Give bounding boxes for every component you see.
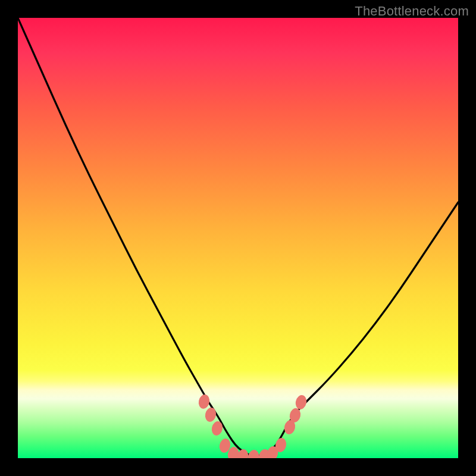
bottleneck-curve <box>18 18 458 456</box>
valley-dot <box>204 406 218 422</box>
chart-svg <box>18 18 458 458</box>
valley-dot <box>198 393 211 409</box>
valley-dot <box>295 394 308 410</box>
watermark-text: TheBottleneck.com <box>355 4 469 19</box>
chart-plot-area <box>18 18 458 458</box>
chart-frame: TheBottleneck.com <box>0 0 476 476</box>
valley-dots <box>198 393 308 458</box>
